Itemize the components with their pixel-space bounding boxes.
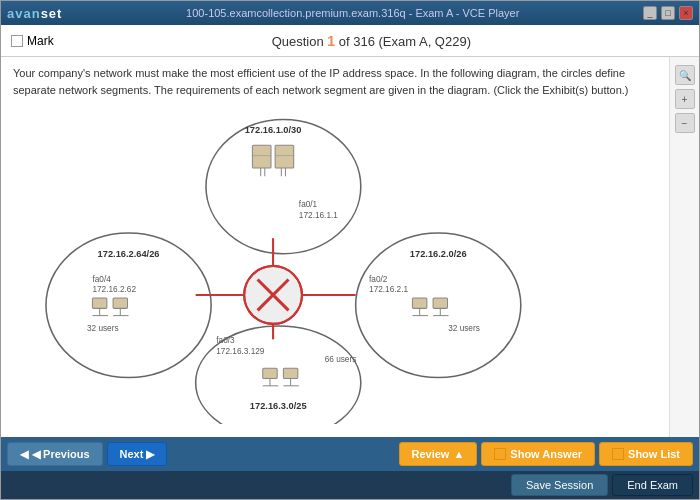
svg-rect-43: [263, 368, 277, 378]
show-list-button[interactable]: Show List: [599, 442, 693, 466]
svg-text:32 users: 32 users: [448, 324, 480, 333]
footer-bar: Save Session End Exam: [1, 471, 699, 499]
show-answer-label: Show Answer: [510, 448, 582, 460]
svg-text:172.16.2.0/26: 172.16.2.0/26: [410, 249, 467, 259]
svg-point-0: [206, 119, 361, 253]
svg-text:fa0/3: fa0/3: [216, 336, 235, 345]
svg-rect-13: [275, 145, 294, 168]
question-word: Question: [272, 34, 324, 49]
svg-rect-33: [412, 298, 426, 308]
question-info: Question 1 of 316 (Exam A, Q229): [54, 33, 689, 49]
bottom-toolbar: ◀ ◀ Previous Next ▶ Review ▲ Show Answer…: [1, 437, 699, 471]
answer-flag-icon: [494, 448, 506, 460]
svg-text:fa0/1: fa0/1: [299, 200, 318, 209]
search-icon[interactable]: 🔍: [675, 65, 695, 85]
prev-arrow-icon: ◀: [20, 448, 28, 461]
zoom-in-button[interactable]: +: [675, 89, 695, 109]
svg-rect-12: [252, 145, 271, 168]
show-answer-button[interactable]: Show Answer: [481, 442, 595, 466]
window-title: 100-105.examcollection.premium.exam.316q…: [62, 7, 643, 19]
mark-checkbox-box[interactable]: [11, 35, 23, 47]
app-logo: avanset: [7, 6, 62, 21]
list-flag-icon: [612, 448, 624, 460]
network-diagram: 172.16.1.0/30 fa0/1 172.16.1.1 172.16.2.…: [13, 104, 657, 424]
previous-label: ◀ Previous: [32, 448, 90, 461]
svg-rect-24: [113, 298, 127, 308]
next-button[interactable]: Next ▶: [107, 442, 168, 466]
show-list-label: Show List: [628, 448, 680, 460]
review-button[interactable]: Review ▲: [399, 442, 478, 466]
question-header: Mark Question 1 of 316 (Exam A, Q229): [1, 25, 699, 57]
maximize-button[interactable]: □: [661, 6, 675, 20]
svg-text:fa0/4: fa0/4: [92, 275, 111, 284]
svg-text:fa0/2: fa0/2: [369, 275, 388, 284]
svg-rect-34: [433, 298, 447, 308]
minimize-button[interactable]: _: [643, 6, 657, 20]
mark-checkbox[interactable]: Mark: [11, 34, 54, 48]
svg-text:172.16.1.1: 172.16.1.1: [299, 211, 338, 220]
sidebar-panel: 🔍 + −: [669, 57, 699, 437]
question-number: 1: [327, 33, 335, 49]
svg-text:172.16.2.1: 172.16.2.1: [369, 285, 408, 294]
title-bar: avanset 100-105.examcollection.premium.e…: [1, 1, 699, 25]
review-label: Review: [412, 448, 450, 460]
svg-text:172.16.2.62: 172.16.2.62: [92, 285, 136, 294]
question-total: of 316 (Exam A, Q229): [339, 34, 471, 49]
svg-rect-44: [283, 368, 297, 378]
svg-text:32 users: 32 users: [87, 324, 119, 333]
question-text: Your company's network must make the mos…: [13, 65, 657, 98]
svg-text:172.16.3.129: 172.16.3.129: [216, 347, 265, 356]
svg-text:172.16.1.0/30: 172.16.1.0/30: [245, 125, 302, 135]
close-button[interactable]: ×: [679, 6, 693, 20]
end-exam-button[interactable]: End Exam: [612, 474, 693, 496]
svg-rect-23: [92, 298, 106, 308]
svg-text:66 users: 66 users: [325, 355, 357, 364]
next-label: Next ▶: [120, 448, 155, 461]
save-session-button[interactable]: Save Session: [511, 474, 608, 496]
zoom-out-button[interactable]: −: [675, 113, 695, 133]
mark-label: Mark: [27, 34, 54, 48]
svg-text:172.16.2.64/26: 172.16.2.64/26: [98, 249, 160, 259]
main-content: Your company's network must make the mos…: [1, 57, 669, 437]
end-label: End Exam: [627, 479, 678, 491]
svg-text:172.16.3.0/25: 172.16.3.0/25: [250, 401, 307, 411]
content-area: Your company's network must make the mos…: [1, 57, 699, 437]
save-label: Save Session: [526, 479, 593, 491]
previous-button[interactable]: ◀ ◀ Previous: [7, 442, 103, 466]
review-arrow-icon: ▲: [453, 448, 464, 460]
app-window: avanset 100-105.examcollection.premium.e…: [0, 0, 700, 500]
